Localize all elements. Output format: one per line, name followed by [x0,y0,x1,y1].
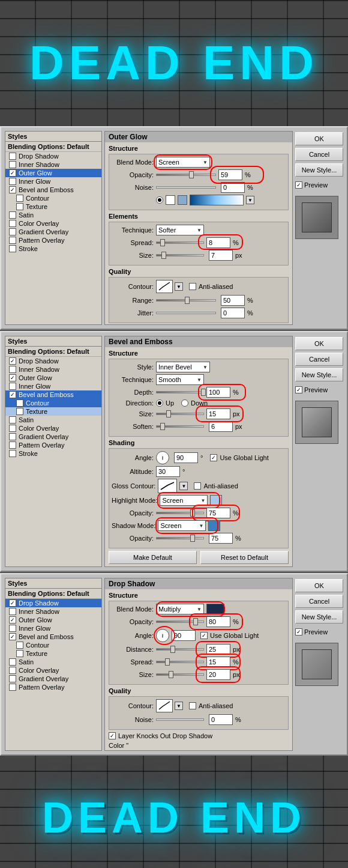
panel1-inner-glow[interactable]: Inner Glow [5,177,101,186]
panel2-drop-shadow-check[interactable] [9,357,16,365]
panel3-layer-knocks-check[interactable] [109,732,116,739]
panel1-inner-shadow[interactable]: Inner Shadow [5,160,101,169]
panel2-texture-check[interactable] [16,408,23,415]
panel1-satin[interactable]: Satin [5,211,101,219]
panel3-drop-shadow-check[interactable] [9,599,16,607]
panel1-texture-check[interactable] [16,203,23,210]
panel1-technique-dropdown[interactable]: Softer [156,225,204,235]
panel3-contour[interactable]: Contour [5,641,101,649]
panel1-color-swatch-blue[interactable] [178,195,187,205]
panel3-contour-box[interactable] [156,699,173,712]
panel2-shadow-opacity-input[interactable]: 75 [209,533,233,544]
panel1-blending-options[interactable]: Blending Options: Default [5,142,101,152]
panel1-inner-shadow-check[interactable] [9,161,16,168]
panel1-anti-aliased-check[interactable] [189,283,196,290]
panel1-color-overlay[interactable]: Color Overlay [5,219,101,228]
panel1-size-input[interactable]: 7 [209,250,233,261]
panel2-global-light-check[interactable] [210,454,217,461]
panel1-texture[interactable]: Texture [5,202,101,211]
panel2-texture-item[interactable]: Texture [5,407,101,416]
panel2-outer-glow[interactable]: Outer Glow [5,374,101,382]
panel1-contour-check[interactable] [16,195,23,202]
panel2-anti-aliased-check[interactable] [194,482,201,490]
panel1-new-style-button[interactable]: New Style... [295,163,343,177]
panel2-stroke-check[interactable] [9,450,16,457]
panel3-spread-input[interactable]: 15 [206,657,230,667]
panel2-gloss-contour-box[interactable] [158,479,177,493]
panel3-color-overlay-check[interactable] [9,667,16,674]
panel2-shadow-color-swatch[interactable] [208,520,220,531]
panel3-drop-shadow-item[interactable]: Drop Shadow [5,599,101,607]
panel2-reset-default-button[interactable]: Reset to Default [200,551,289,564]
panel3-cancel-button[interactable]: Cancel [295,595,343,608]
panel2-gradient-overlay-check[interactable] [9,433,16,440]
panel1-color-swatch-white[interactable] [166,195,175,205]
panel1-ok-button[interactable]: OK [295,132,343,145]
panel2-size-input[interactable]: 15 [206,408,230,419]
panel2-direction-up-radio[interactable] [156,399,163,407]
panel3-opacity-input[interactable]: 80 [206,616,230,627]
panel2-depth-input[interactable]: 100 [206,387,230,398]
panel2-contour-check[interactable] [16,399,23,407]
panel1-outer-glow-check[interactable] [9,169,16,177]
panel3-color-overlay[interactable]: Color Overlay [5,666,101,675]
panel2-angle-input[interactable]: 90 [174,452,198,463]
panel1-drop-shadow[interactable]: Drop Shadow [5,152,101,160]
panel1-satin-check[interactable] [9,211,16,219]
panel3-blend-color-swatch[interactable] [206,604,224,615]
panel1-color-radio1[interactable] [156,196,163,204]
panel2-bevel-emboss-check[interactable] [9,391,16,398]
panel3-satin-check[interactable] [9,658,16,666]
panel1-bevel-emboss-check[interactable] [9,186,16,193]
panel3-contour-check[interactable] [16,642,23,649]
panel2-pattern-overlay-check[interactable] [9,442,16,449]
panel1-outer-glow-item[interactable]: Outer Glow [5,169,101,177]
panel1-preview-check[interactable]: Preview [295,181,343,189]
panel3-outer-glow[interactable]: Outer Glow [5,616,101,624]
panel2-ok-button[interactable]: OK [295,337,343,350]
panel2-direction-down-radio[interactable] [181,399,188,407]
panel2-drop-shadow[interactable]: Drop Shadow [5,357,101,365]
panel1-contour[interactable]: Contour [5,194,101,202]
panel3-global-light-check[interactable] [200,632,208,639]
panel3-texture[interactable]: Texture [5,649,101,658]
panel3-ok-button[interactable]: OK [295,579,343,592]
panel1-opacity-input[interactable]: 59 [218,169,242,180]
panel2-bevel-emboss-item[interactable]: Bevel and Emboss [5,390,101,399]
panel3-pattern-overlay-check[interactable] [9,684,16,691]
panel3-inner-shadow[interactable]: Inner Shadow [5,607,101,616]
panel1-color-overlay-check[interactable] [9,220,16,227]
panel2-highlight-color-swatch[interactable] [210,495,222,506]
panel1-range-input[interactable]: 50 [221,295,245,306]
panel2-highlight-opacity-input[interactable]: 75 [206,508,230,518]
panel1-gradient-overlay-check[interactable] [9,228,16,235]
panel2-contour-item[interactable]: Contour [5,399,101,407]
panel3-outer-glow-check[interactable] [9,616,16,624]
panel2-technique-dropdown[interactable]: Smooth [156,374,204,385]
panel2-inner-shadow[interactable]: Inner Shadow [5,365,101,374]
panel2-stroke[interactable]: Stroke [5,449,101,458]
panel1-noise-input[interactable]: 0 [221,182,245,193]
panel3-size-input[interactable]: 20 [206,669,230,680]
panel1-jitter-input[interactable]: 0 [221,308,245,318]
panel2-style-dropdown[interactable]: Inner Bevel [156,362,210,372]
panel2-inner-glow[interactable]: Inner Glow [5,382,101,390]
panel2-color-overlay-check[interactable] [9,425,16,432]
panel2-new-style-button[interactable]: New Style... [295,368,343,381]
panel2-angle-dial[interactable] [156,451,169,464]
panel3-noise-input[interactable]: 0 [209,714,233,725]
panel2-shadow-mode-dropdown[interactable]: Screen [158,520,206,531]
panel2-satin-check[interactable] [9,416,16,423]
panel1-gradient-arrow[interactable]: ▼ [246,196,254,204]
panel3-inner-glow-check[interactable] [9,625,16,632]
panel2-pattern-overlay[interactable]: Pattern Overlay [5,441,101,449]
panel3-texture-check[interactable] [16,650,23,657]
panel2-cancel-button[interactable]: Cancel [295,353,343,366]
panel1-stroke-check[interactable] [9,245,16,252]
panel3-new-style-button[interactable]: New Style... [295,610,343,624]
panel2-satin[interactable]: Satin [5,416,101,424]
panel1-bevel-emboss[interactable]: Bevel and Emboss [5,186,101,194]
panel2-blending-options[interactable]: Blending Options: Default [5,347,101,357]
panel3-blend-mode-dropdown[interactable]: Multiply [156,604,204,615]
panel2-outer-glow-check[interactable] [9,374,16,381]
